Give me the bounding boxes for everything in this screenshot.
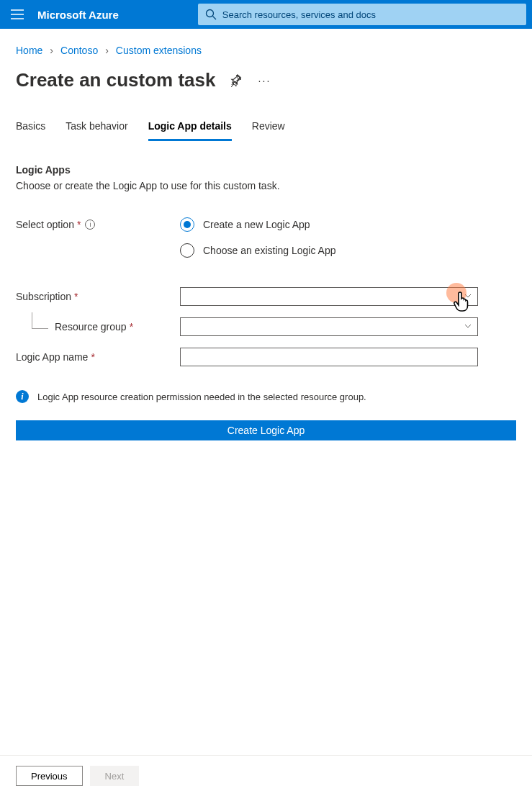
previous-button[interactable]: Previous [16,766,83,786]
hamburger-menu-icon[interactable] [6,3,29,26]
title-bar: Create an custom task ··· [16,69,516,91]
breadcrumb-home[interactable]: Home [16,45,42,56]
tab-logic-app-details[interactable]: Logic App details [148,120,232,141]
subscription-label: Subscription * [16,291,180,302]
tab-basics[interactable]: Basics [16,120,45,141]
radio-choose-existing-label: Choose an existing Logic App [203,245,335,256]
search-box[interactable] [198,4,526,25]
section-title: Logic Apps [16,164,516,176]
create-logic-app-button[interactable]: Create Logic App [16,420,516,440]
select-option-label: Select option * i [16,219,180,230]
subscription-select[interactable] [180,287,478,306]
resource-group-select[interactable] [180,317,478,336]
radio-choose-existing[interactable]: Choose an existing Logic App [180,243,335,258]
logic-app-name-label: Logic App name * [16,351,180,363]
chevron-right-icon: › [50,45,53,56]
required-asterisk: * [77,219,81,230]
radio-create-new[interactable]: Create a new Logic App [180,217,310,232]
click-indicator [446,283,466,303]
info-message: Logic App resource creation permission n… [37,392,366,402]
next-button: Next [90,766,140,786]
info-badge-icon: i [16,390,29,403]
required-asterisk: * [130,321,133,333]
brand-label: Microsoft Azure [37,9,119,21]
search-input[interactable] [222,9,526,20]
tabs: Basics Task behavior Logic App details R… [16,120,516,141]
breadcrumb-custom-extensions[interactable]: Custom extensions [116,45,202,56]
tab-task-behavior[interactable]: Task behavior [66,120,127,141]
radio-button-icon [180,243,194,258]
radio-create-new-label: Create a new Logic App [203,219,310,230]
radio-button-icon [180,217,194,232]
breadcrumb: Home › Contoso › Custom extensions [16,45,516,56]
resource-group-label: Resource group * [16,321,180,333]
top-header: Microsoft Azure [0,0,532,29]
svg-point-0 [206,10,213,17]
tab-review[interactable]: Review [252,120,285,141]
pin-icon[interactable] [227,72,244,89]
required-asterisk: * [74,291,78,302]
form: Select option * i Create a new Logic App… [16,213,516,371]
required-asterisk: * [91,351,94,363]
svg-line-1 [212,17,216,20]
breadcrumb-contoso[interactable]: Contoso [60,45,98,56]
page-title: Create an custom task [16,69,215,91]
search-icon [205,9,217,20]
more-icon[interactable]: ··· [256,72,273,89]
chevron-right-icon: › [105,45,109,56]
section-description: Choose or create the Logic App to use fo… [16,180,516,191]
info-icon[interactable]: i [85,220,95,230]
content-area: Home › Contoso › Custom extensions Creat… [0,29,532,755]
footer: Previous Next [0,755,532,796]
logic-app-name-input[interactable] [180,348,478,366]
info-banner: i Logic App resource creation permission… [16,390,516,403]
